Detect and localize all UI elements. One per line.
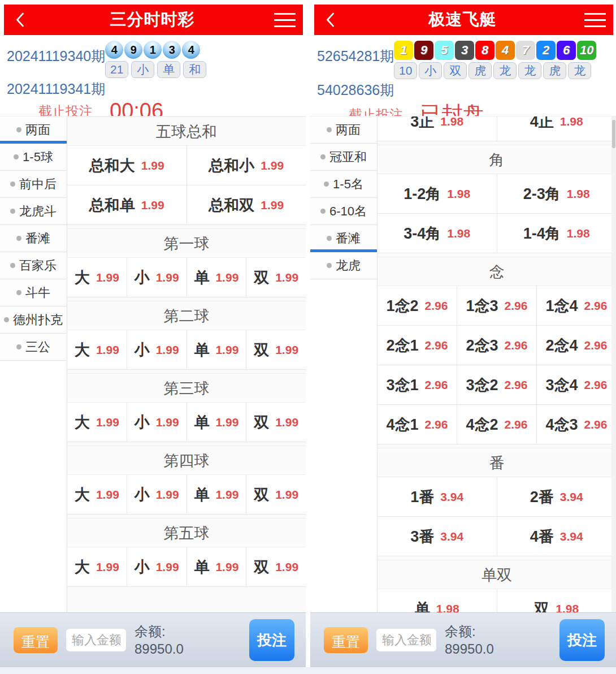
back-button[interactable] (314, 11, 348, 29)
bet-option[interactable]: 4正1.98 (497, 116, 616, 141)
bet-option[interactable]: 小1.99 (127, 547, 186, 586)
reset-button[interactable]: 重置 (324, 627, 368, 653)
result-ball: 4 (496, 41, 515, 60)
back-button[interactable] (4, 11, 38, 29)
sidebar-item-6-10名[interactable]: 6-10名 (310, 198, 377, 225)
bet-section: 第一球大1.99小1.99单1.99双1.99 (67, 228, 306, 297)
bet-option[interactable]: 4念32.96 (537, 405, 616, 444)
result-ball: 10 (577, 41, 596, 60)
bet-option[interactable]: 单1.99 (187, 403, 246, 442)
bet-option[interactable]: 总和单1.99 (67, 185, 186, 224)
bet-option[interactable]: 3念42.96 (537, 365, 616, 404)
hamburger-menu-icon[interactable] (577, 13, 613, 27)
bet-option-label: 单 (194, 557, 209, 577)
last-result: 49134 21小单和 (105, 41, 206, 78)
sidebar-item-德州扑克[interactable]: 德州扑克 (0, 306, 67, 334)
bet-option[interactable]: 大1.99 (67, 547, 127, 586)
bet-option[interactable]: 1-2角1.98 (378, 174, 497, 213)
page: 三分时时彩 20241119340期 49134 21小单和 202411193… (0, 0, 616, 667)
bet-button[interactable]: 投注 (249, 619, 294, 661)
sidebar-item-龙虎斗[interactable]: 龙虎斗 (0, 198, 67, 225)
bet-option[interactable]: 3-4角1.98 (378, 214, 497, 253)
bet-option-label: 小 (135, 557, 150, 577)
bet-option-odds: 2.96 (425, 378, 448, 392)
bet-option-odds: 1.99 (96, 560, 119, 574)
bet-option[interactable]: 2念42.96 (537, 326, 616, 365)
bet-option[interactable]: 单1.99 (187, 475, 246, 514)
sidebar-item-1-5球[interactable]: 1-5球 (0, 144, 67, 171)
bet-option[interactable]: 单1.98 (378, 589, 497, 612)
sidebar-item-番滩[interactable]: 番滩 (0, 225, 67, 252)
bet-option[interactable]: 总和大1.99 (67, 146, 186, 185)
bet-button[interactable]: 投注 (559, 619, 605, 661)
bet-option[interactable]: 1-4角1.98 (497, 214, 616, 253)
bet-option[interactable]: 双1.99 (246, 258, 306, 297)
bet-option[interactable]: 大1.99 (67, 403, 127, 442)
bet-option[interactable]: 2念12.96 (378, 326, 457, 365)
bet-option-odds: 1.99 (215, 343, 238, 357)
bet-option[interactable]: 1念42.96 (537, 286, 616, 325)
sidebar-item-两面[interactable]: 两面 (0, 116, 67, 144)
sidebar-item-冠亚和[interactable]: 冠亚和 (310, 144, 377, 171)
bet-option[interactable]: 双1.99 (246, 403, 306, 442)
bet-option[interactable]: 3念22.96 (457, 365, 536, 404)
bet-option-odds: 3.94 (560, 490, 583, 504)
bet-option[interactable]: 总和双1.99 (187, 185, 306, 224)
bullet-icon (10, 209, 15, 214)
bet-option[interactable]: 1番3.94 (378, 477, 497, 516)
sidebar-item-龙虎[interactable]: 龙虎 (310, 252, 377, 279)
bet-option-label: 1念4 (546, 296, 578, 316)
sidebar-item-前中后[interactable]: 前中后 (0, 171, 67, 198)
bet-option[interactable]: 4念22.96 (457, 405, 536, 444)
bet-option-label: 大 (75, 267, 90, 288)
bet-option[interactable]: 1念22.96 (378, 286, 457, 325)
hamburger-menu-icon[interactable] (267, 13, 303, 27)
bet-option[interactable]: 2念32.96 (457, 326, 536, 365)
bet-option[interactable]: 小1.99 (127, 475, 186, 514)
bet-option[interactable]: 小1.99 (127, 403, 186, 442)
bet-option[interactable]: 4番3.94 (497, 517, 616, 556)
sidebar-item-1-5名[interactable]: 1-5名 (310, 171, 377, 198)
bet-option[interactable]: 小1.99 (127, 330, 186, 369)
bet-option[interactable]: 2番3.94 (497, 477, 616, 516)
bet-option[interactable]: 双1.98 (497, 589, 616, 612)
sidebar-item-label: 两面 (336, 122, 361, 139)
bet-option-odds: 1.99 (96, 488, 119, 502)
sidebar-item-三公[interactable]: 三公 (0, 334, 67, 361)
bet-option[interactable]: 3念12.96 (378, 365, 457, 404)
bet-option[interactable]: 大1.99 (67, 258, 127, 297)
result-tag: 10 (394, 62, 417, 79)
scrollbar-thumb[interactable] (612, 120, 615, 148)
bet-option[interactable]: 单1.99 (187, 258, 246, 297)
reset-button[interactable]: 重置 (14, 627, 58, 653)
bet-option-odds: 1.99 (156, 271, 179, 284)
bet-option[interactable]: 2-3角1.98 (497, 174, 616, 213)
result-ball: 7 (516, 41, 535, 60)
bet-option-odds: 1.99 (261, 198, 284, 212)
bet-option[interactable]: 小1.99 (127, 258, 186, 297)
result-tag: 龙 (493, 62, 517, 79)
bet-option[interactable]: 大1.99 (67, 330, 127, 369)
bet-option[interactable]: 双1.99 (246, 547, 306, 586)
bet-section: 3正1.984正1.98 (378, 116, 616, 141)
bet-option[interactable]: 3番3.94 (378, 517, 497, 556)
bet-option[interactable]: 总和小1.99 (187, 146, 306, 185)
bet-option[interactable]: 双1.99 (246, 475, 306, 514)
bet-option[interactable]: 4念12.96 (378, 405, 457, 444)
sidebar-item-斗牛[interactable]: 斗牛 (0, 279, 67, 306)
sidebar-item-两面[interactable]: 两面 (310, 116, 377, 144)
sidebar-item-番滩[interactable]: 番滩 (310, 225, 377, 252)
bet-option-odds: 2.96 (505, 418, 528, 431)
bet-option-label: 总和单 (89, 195, 135, 215)
bet-option[interactable]: 单1.99 (187, 547, 246, 586)
bet-option[interactable]: 1念32.96 (457, 286, 536, 325)
bet-option[interactable]: 3正1.98 (378, 116, 497, 141)
amount-input[interactable] (66, 629, 126, 651)
bet-option[interactable]: 双1.99 (246, 330, 306, 369)
sidebar-item-百家乐[interactable]: 百家乐 (0, 252, 67, 279)
bet-option[interactable]: 单1.99 (187, 330, 246, 369)
last-period: 52654281期 (317, 41, 394, 79)
bet-option[interactable]: 大1.99 (67, 475, 127, 514)
amount-input[interactable] (376, 629, 436, 651)
scrollbar-track[interactable] (611, 116, 616, 612)
